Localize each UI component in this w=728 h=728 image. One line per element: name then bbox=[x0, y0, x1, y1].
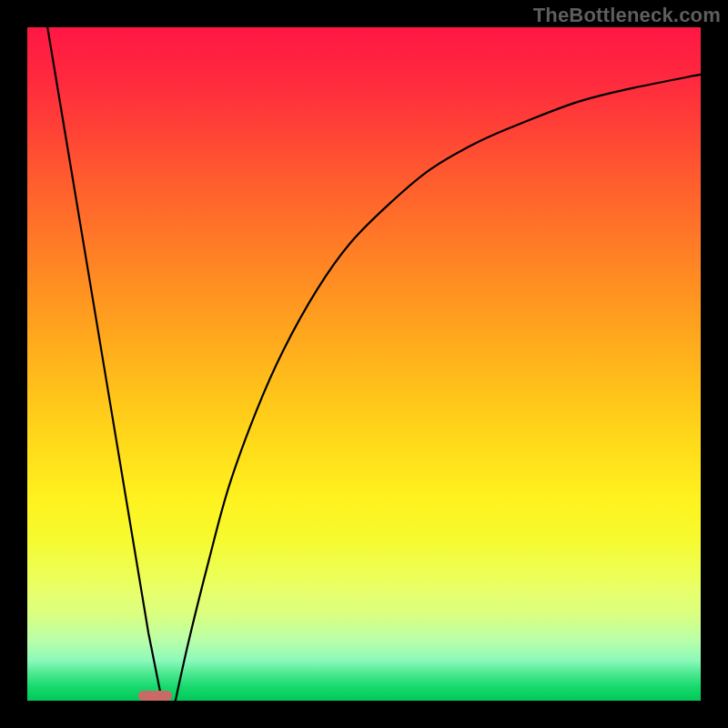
chart-frame: TheBottleneck.com bbox=[0, 0, 728, 728]
watermark-text: TheBottleneck.com bbox=[533, 4, 721, 27]
optimal-point-marker bbox=[138, 691, 172, 701]
left-branch-line bbox=[47, 27, 162, 701]
curve-svg bbox=[27, 27, 701, 701]
plot-area bbox=[27, 27, 701, 701]
right-branch-line bbox=[176, 75, 701, 701]
